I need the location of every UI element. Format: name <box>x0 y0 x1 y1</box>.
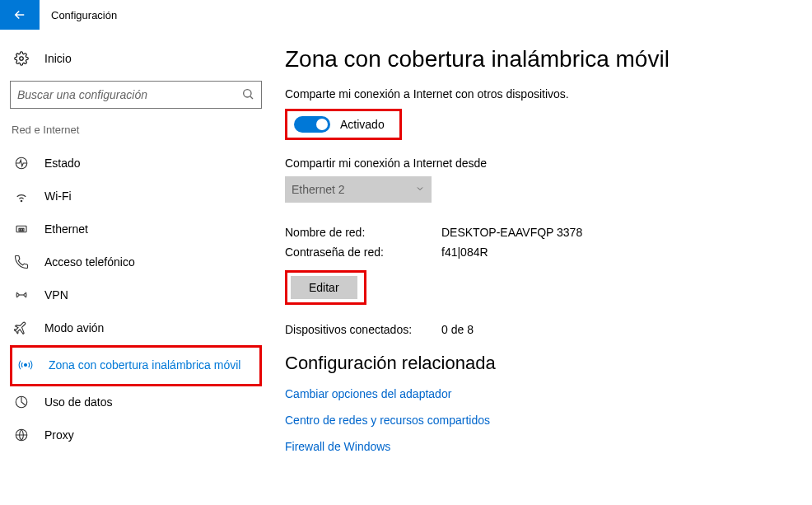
wifi-icon <box>13 189 30 203</box>
svg-point-12 <box>25 364 27 367</box>
window-title: Configuración <box>51 9 117 21</box>
share-from-label: Compartir mi conexión a Internet desde <box>285 157 812 170</box>
network-name-value: DESKTOP-EAAVFQP 3378 <box>441 226 582 239</box>
proxy-icon <box>13 428 30 442</box>
hotspot-icon <box>17 358 34 372</box>
nav-hotspot[interactable]: Zona con cobertura inalámbrica móvil <box>14 349 258 381</box>
chevron-down-icon <box>415 183 425 196</box>
svg-point-0 <box>20 57 24 61</box>
airplane-icon <box>13 320 30 335</box>
link-windows-firewall[interactable]: Firewall de Windows <box>285 440 812 453</box>
toggle-knob <box>316 119 328 130</box>
nav-dialup[interactable]: Acceso telefónico <box>10 246 262 278</box>
highlight-hotspot: Zona con cobertura inalámbrica móvil <box>10 345 262 386</box>
nav-item-label: Wi-Fi <box>44 189 72 203</box>
svg-point-11 <box>24 294 26 297</box>
arrow-left-icon <box>12 7 27 22</box>
data-usage-icon <box>13 395 30 409</box>
connected-label: Dispositivos conectados: <box>285 323 441 336</box>
hotspot-toggle[interactable] <box>294 116 330 133</box>
nav-item-label: Estado <box>44 157 81 170</box>
svg-point-10 <box>16 294 19 297</box>
svg-line-2 <box>250 96 253 99</box>
category-label: Red e Internet <box>10 124 262 136</box>
nav-home[interactable]: Inicio <box>10 44 262 72</box>
page-title: Zona con cobertura inalámbrica móvil <box>285 46 812 72</box>
nav-vpn[interactable]: VPN <box>10 279 262 311</box>
link-network-center[interactable]: Centro de redes y recursos compartidos <box>285 414 812 427</box>
search-icon <box>241 87 254 103</box>
dropdown-value: Ethernet 2 <box>292 183 345 196</box>
nav-home-label: Inicio <box>44 52 72 65</box>
sidebar: Inicio Red e Internet Estado Wi-Fi Ether… <box>0 30 272 505</box>
toggle-label: Activado <box>340 118 385 131</box>
nav-ethernet[interactable]: Ethernet <box>10 213 262 245</box>
related-config-title: Configuración relacionada <box>285 353 812 374</box>
share-from-dropdown[interactable]: Ethernet 2 <box>285 176 432 203</box>
nav-item-label: Zona con cobertura inalámbrica móvil <box>49 358 240 372</box>
status-icon <box>13 156 30 171</box>
gear-icon <box>13 51 30 66</box>
nav-item-label: Proxy <box>44 428 74 442</box>
titlebar: Configuración <box>0 0 812 30</box>
search-input[interactable] <box>17 88 241 101</box>
nav-estado[interactable]: Estado <box>10 147 262 179</box>
nav-item-label: Uso de datos <box>44 395 113 409</box>
ethernet-icon <box>13 222 30 236</box>
vpn-icon <box>13 288 30 302</box>
nav-item-label: VPN <box>44 288 68 302</box>
back-button[interactable] <box>0 0 40 30</box>
highlight-edit: Editar <box>285 270 366 305</box>
svg-point-4 <box>21 200 22 202</box>
nav-airplane[interactable]: Modo avión <box>10 312 262 344</box>
password-value: f41|084R <box>441 245 488 259</box>
search-box[interactable] <box>10 81 262 109</box>
nav-proxy[interactable]: Proxy <box>10 419 262 451</box>
content-pane: Zona con cobertura inalámbrica móvil Com… <box>272 30 812 505</box>
highlight-toggle: Activado <box>285 109 402 140</box>
nav-datausage[interactable]: Uso de datos <box>10 386 262 418</box>
svg-point-1 <box>244 89 251 96</box>
edit-button[interactable]: Editar <box>291 276 357 299</box>
nav-item-label: Modo avión <box>44 321 104 334</box>
password-label: Contraseña de red: <box>285 245 441 259</box>
connected-value: 0 de 8 <box>441 323 474 336</box>
nav-wifi[interactable]: Wi-Fi <box>10 180 262 212</box>
nav-item-label: Ethernet <box>44 222 88 236</box>
link-adapter-options[interactable]: Cambiar opciones del adaptador <box>285 387 812 400</box>
nav-item-label: Acceso telefónico <box>44 255 135 269</box>
share-description: Comparte mi conexión a Internet con otro… <box>285 87 812 101</box>
network-name-label: Nombre de red: <box>285 226 441 239</box>
dialup-icon <box>13 255 30 269</box>
